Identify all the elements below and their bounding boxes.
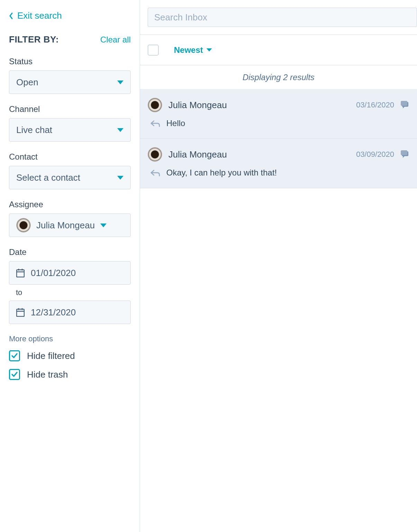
contact-label: Contact [9,152,131,162]
contact-value: Select a contact [16,172,80,183]
date-to-label: to [16,288,131,297]
contact-avatar [148,98,162,112]
hide-filtered-label: Hide filtered [27,351,75,361]
contact-select[interactable]: Select a contact [9,166,131,189]
caret-down-icon [117,128,123,132]
date-label: Date [9,247,131,257]
status-group: Status Open [9,57,131,94]
contact-group: Contact Select a contact [9,152,131,189]
results-banner: Displaying 2 results [140,65,417,89]
date-group: Date 01/01/2020 to 12/31/2020 [9,247,131,324]
chevron-left-icon [9,12,13,19]
date-to-input[interactable]: 12/31/2020 [9,301,131,324]
assignee-avatar [16,218,31,232]
channel-value: Live chat [16,125,52,135]
caret-down-icon [206,48,212,51]
assignee-group: Assignee Julia Mongeau [9,200,131,237]
date-to-value: 12/31/2020 [31,307,76,318]
svg-rect-11 [401,150,407,155]
status-label: Status [9,57,131,66]
search-input[interactable] [148,8,417,27]
more-options-label: More options [9,334,131,343]
conversation-body: Okay, I can help you with that! [148,168,409,178]
calendar-icon [16,268,25,277]
assignee-select[interactable]: Julia Mongeau [9,213,131,237]
filter-header: FILTER BY: Clear all [9,34,131,45]
channel-group: Channel Live chat [9,104,131,142]
conversation-item[interactable]: Julia Mongeau 03/09/2020 Okay, I can hel… [140,139,417,188]
conversation-header: Julia Mongeau 03/09/2020 [148,147,409,162]
chat-bubble-icon [400,150,409,159]
conversation-item[interactable]: Julia Mongeau 03/16/2020 Hello [140,89,417,139]
sort-label: Newest [174,45,203,55]
checkbox-checked-icon [9,369,20,380]
channel-label: Channel [9,104,131,114]
more-options-group: More options Hide filtered Hide trash [9,334,131,380]
checkbox-checked-icon [9,350,20,361]
conversation-preview: Hello [166,118,185,128]
select-all-checkbox[interactable] [148,45,159,56]
conversation-date: 03/16/2020 [356,101,394,110]
sort-button[interactable]: Newest [174,45,212,55]
exit-search-button[interactable]: Exit search [9,10,131,21]
caret-down-icon [117,80,123,84]
svg-rect-9 [401,101,407,106]
conversation-header: Julia Mongeau 03/16/2020 [148,98,409,112]
date-from-input[interactable]: 01/01/2020 [9,261,131,285]
status-value: Open [16,77,38,88]
conversation-body: Hello [148,118,409,128]
filter-sidebar: Exit search FILTER BY: Clear all Status … [0,0,140,532]
channel-select[interactable]: Live chat [9,118,131,142]
contact-avatar [148,147,162,162]
hide-filtered-checkbox[interactable]: Hide filtered [9,350,131,361]
status-select[interactable]: Open [9,70,131,94]
chat-bubble-icon [400,101,409,109]
reply-icon [150,120,160,127]
main-column: Newest Displaying 2 results Julia Mongea… [140,0,417,532]
exit-search-label: Exit search [17,10,62,21]
svg-rect-0 [17,270,24,277]
assignee-label: Assignee [9,200,131,209]
clear-all-button[interactable]: Clear all [100,35,131,45]
hide-trash-checkbox[interactable]: Hide trash [9,369,131,380]
contact-name: Julia Mongeau [168,100,350,111]
calendar-icon [16,308,25,317]
list-header: Newest [140,35,417,65]
svg-rect-4 [17,309,24,316]
conversation-preview: Okay, I can help you with that! [166,168,277,178]
hide-trash-label: Hide trash [27,369,68,380]
reply-icon [150,169,160,177]
conversation-date: 03/09/2020 [356,150,394,159]
date-from-value: 01/01/2020 [31,268,76,278]
caret-down-icon [117,176,123,180]
assignee-value: Julia Mongeau [36,220,95,231]
contact-name: Julia Mongeau [168,149,350,160]
filter-title: FILTER BY: [9,34,59,45]
search-wrap [140,0,417,35]
caret-down-icon [100,224,106,227]
